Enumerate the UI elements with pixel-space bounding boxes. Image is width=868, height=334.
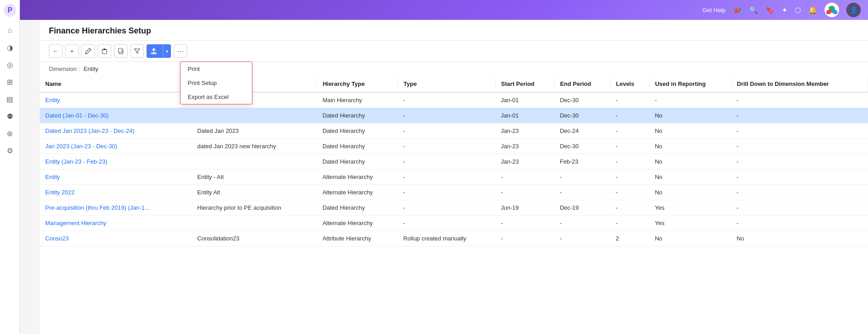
col-name: Name: [40, 76, 192, 92]
table-cell: [192, 154, 317, 169]
table-cell: Consolidation23: [192, 231, 317, 246]
page-header: Finance Hierarchies Setup: [40, 20, 868, 41]
col-hierarchy-type: Hierarchy Type: [317, 76, 398, 92]
print-setup-menu-item[interactable]: Print Setup: [180, 76, 252, 90]
sidebar-item-target[interactable]: ◎: [2, 57, 18, 72]
delete-button[interactable]: [98, 44, 111, 58]
table-cell: Entity - Alt: [192, 169, 317, 185]
table-cell: -: [610, 92, 649, 108]
svg-text:P: P: [7, 6, 12, 14]
sidebar-item-activity[interactable]: ◑: [2, 40, 18, 55]
table-cell: Attribute Hierarchy: [317, 231, 398, 246]
export-dropdown-menu: Print Print Setup Export as Excel: [180, 61, 252, 104]
table-cell: No: [650, 108, 731, 123]
edit-button[interactable]: [81, 44, 95, 58]
print-menu-item[interactable]: Print: [180, 62, 252, 76]
bell-icon[interactable]: 🔔: [808, 6, 817, 14]
sidebar-item-gift[interactable]: ⊛: [2, 126, 18, 141]
table-cell: -: [610, 216, 649, 231]
bookmark-icon[interactable]: 🔖: [765, 6, 774, 14]
avatar-logo[interactable]: [825, 3, 839, 17]
table-row[interactable]: Conso23Consolidation23Attribute Hierarch…: [40, 231, 868, 246]
table-cell: Jan-01: [495, 92, 554, 108]
table-row[interactable]: Jan 2023 (Jan-23 - Dec-30)dated Jan 2023…: [40, 139, 868, 154]
table-cell: Entity Alt: [192, 185, 317, 200]
sidebar-item-grid[interactable]: ⊞: [2, 74, 18, 89]
table-cell[interactable]: Management Hierarchy: [40, 216, 192, 231]
col-levels: Levels: [610, 76, 649, 92]
top-navigation: Get Help 📣 🔍 🔖 ✦ ⬡ 🔔 👤: [20, 0, 868, 20]
hierarchy-table: Name Description Hierarchy Type Type Sta…: [40, 76, 868, 246]
table-cell[interactable]: Dated Jan 2023 (Jan-23 - Dec-24): [40, 123, 192, 139]
cube-icon[interactable]: ⬡: [795, 6, 801, 14]
table-row[interactable]: Dated Jan 2023 (Jan-23 - Dec-24)Dated Ja…: [40, 123, 868, 139]
table-cell[interactable]: Jan 2023 (Jan-23 - Dec-30): [40, 139, 192, 154]
table-cell: -: [398, 92, 496, 108]
table-cell: -: [398, 185, 496, 200]
megaphone-icon[interactable]: 📣: [733, 6, 742, 14]
table-cell: [192, 216, 317, 231]
table-cell: -: [555, 169, 611, 185]
page-title: Finance Hierarchies Setup: [49, 26, 859, 36]
star-icon[interactable]: ✦: [782, 6, 787, 14]
table-cell[interactable]: Pre-acquisition (thru Feb 2019) (Jan-1..…: [40, 200, 192, 216]
back-button[interactable]: ←: [49, 44, 62, 58]
search-icon[interactable]: 🔍: [749, 6, 758, 14]
table-cell[interactable]: Dated (Jan-01 - Dec-30): [40, 108, 192, 123]
sidebar-item-user[interactable]: ⚉: [2, 108, 18, 124]
filter-value: Entity: [84, 66, 99, 72]
table-cell: -: [398, 123, 496, 139]
export-main-button[interactable]: [147, 44, 163, 58]
hierarchy-table-container[interactable]: Name Description Hierarchy Type Type Sta…: [40, 76, 868, 334]
table-cell: Jun-19: [495, 200, 554, 216]
copy-button[interactable]: [114, 44, 128, 58]
add-button[interactable]: +: [65, 44, 79, 58]
table-cell: No: [650, 185, 731, 200]
sidebar-item-home[interactable]: ⌂: [2, 23, 18, 38]
sidebar-item-settings[interactable]: ⚙: [2, 143, 18, 158]
table-cell: Dec-30: [555, 139, 611, 154]
more-options-button[interactable]: ⋯: [174, 44, 187, 58]
filter-label: Dimension :: [49, 66, 80, 72]
table-cell[interactable]: Entity (Jan-23 - Feb-23): [40, 154, 192, 169]
table-cell: -: [731, 200, 868, 216]
app-logo[interactable]: P: [3, 4, 17, 17]
table-row[interactable]: Dated (Jan-01 - Dec-30)Dated Hierarchy-J…: [40, 108, 868, 123]
table-row[interactable]: Entity (Jan-23 - Feb-23)Dated Hierarchy-…: [40, 154, 868, 169]
table-cell: No: [650, 139, 731, 154]
table-cell[interactable]: Conso23: [40, 231, 192, 246]
table-cell: -: [495, 185, 554, 200]
table-cell: -: [398, 139, 496, 154]
col-type: Type: [398, 76, 496, 92]
table-cell: -: [731, 154, 868, 169]
table-cell: Jan-23: [495, 123, 554, 139]
sidebar-item-layers[interactable]: ▤: [2, 91, 18, 107]
table-cell: -: [610, 139, 649, 154]
table-cell: Main Hierarchy: [317, 92, 398, 108]
table-cell: -: [650, 92, 731, 108]
table-cell: -: [555, 185, 611, 200]
filter-button[interactable]: [130, 44, 144, 58]
table-cell: -: [495, 231, 554, 246]
export-excel-menu-item[interactable]: Export as Excel: [180, 90, 252, 104]
table-cell: -: [731, 185, 868, 200]
table-cell: Jan-23: [495, 154, 554, 169]
table-cell: Dec-30: [555, 108, 611, 123]
user-avatar-button[interactable]: 👤: [846, 3, 861, 17]
table-cell: -: [398, 200, 496, 216]
table-cell: -: [731, 216, 868, 231]
table-cell[interactable]: Entity 2022: [40, 185, 192, 200]
col-start-period: Start Period: [495, 76, 554, 92]
table-row[interactable]: Pre-acquisition (thru Feb 2019) (Jan-1..…: [40, 200, 868, 216]
table-cell: dated Jan 2023 new hierarchy: [192, 139, 317, 154]
table-row[interactable]: EntityMain Hierarchy-Jan-01Dec-30---: [40, 92, 868, 108]
export-dropdown-arrow[interactable]: ▾: [163, 44, 171, 58]
table-cell[interactable]: Entity: [40, 169, 192, 185]
export-button-group[interactable]: ▾: [147, 44, 171, 58]
table-row[interactable]: Entity 2022Entity AltAlternate Hierarchy…: [40, 185, 868, 200]
table-cell[interactable]: Entity: [40, 92, 192, 108]
col-drill-down: Drill Down to Dimension Member: [731, 76, 868, 92]
table-row[interactable]: Management HierarchyAlternate Hierarchy-…: [40, 216, 868, 231]
get-help-link[interactable]: Get Help: [702, 7, 726, 14]
table-row[interactable]: EntityEntity - AltAlternate Hierarchy---…: [40, 169, 868, 185]
